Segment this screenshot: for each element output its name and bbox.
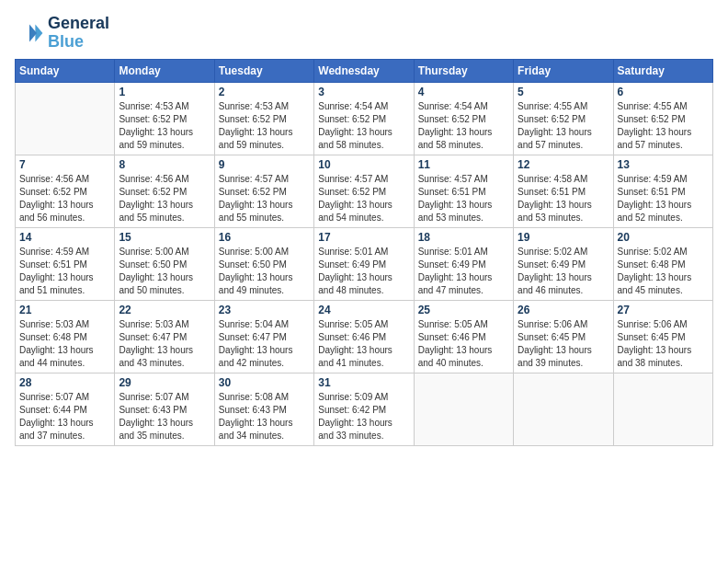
day-number: 9 — [219, 158, 310, 171]
calendar-cell: 7Sunrise: 4:56 AM Sunset: 6:52 PM Daylig… — [16, 155, 115, 227]
day-info: Sunrise: 4:56 AM Sunset: 6:52 PM Dayligh… — [119, 173, 210, 224]
day-number: 30 — [219, 376, 310, 389]
calendar-cell: 5Sunrise: 4:55 AM Sunset: 6:52 PM Daylig… — [514, 82, 613, 155]
weekday-header: Wednesday — [314, 59, 414, 82]
day-number: 11 — [418, 158, 509, 171]
calendar-cell: 17Sunrise: 5:01 AM Sunset: 6:49 PM Dayli… — [314, 227, 414, 300]
calendar-cell: 31Sunrise: 5:09 AM Sunset: 6:42 PM Dayli… — [314, 373, 414, 445]
calendar-cell: 27Sunrise: 5:06 AM Sunset: 6:45 PM Dayli… — [613, 300, 712, 373]
day-info: Sunrise: 4:57 AM Sunset: 6:52 PM Dayligh… — [219, 173, 310, 224]
day-number: 25 — [418, 304, 509, 316]
day-info: Sunrise: 5:00 AM Sunset: 6:50 PM Dayligh… — [219, 246, 310, 297]
day-number: 20 — [618, 231, 709, 244]
day-info: Sunrise: 5:06 AM Sunset: 6:45 PM Dayligh… — [518, 318, 609, 370]
calendar-cell: 28Sunrise: 5:07 AM Sunset: 6:44 PM Dayli… — [16, 373, 115, 445]
calendar-cell: 30Sunrise: 5:08 AM Sunset: 6:43 PM Dayli… — [214, 373, 313, 445]
day-info: Sunrise: 5:03 AM Sunset: 6:48 PM Dayligh… — [19, 318, 110, 370]
calendar-cell: 11Sunrise: 4:57 AM Sunset: 6:51 PM Dayli… — [414, 155, 513, 227]
weekday-header: Sunday — [16, 59, 115, 82]
day-info: Sunrise: 4:59 AM Sunset: 6:51 PM Dayligh… — [19, 246, 110, 297]
day-info: Sunrise: 4:56 AM Sunset: 6:52 PM Dayligh… — [19, 173, 110, 224]
day-info: Sunrise: 4:55 AM Sunset: 6:52 PM Dayligh… — [518, 100, 609, 152]
calendar-cell: 3Sunrise: 4:54 AM Sunset: 6:52 PM Daylig… — [314, 82, 414, 155]
day-number: 13 — [618, 158, 709, 171]
calendar-cell: 14Sunrise: 4:59 AM Sunset: 6:51 PM Dayli… — [16, 227, 115, 300]
day-number: 21 — [19, 304, 110, 316]
weekday-header: Saturday — [613, 59, 712, 82]
weekday-header: Thursday — [414, 59, 513, 82]
day-info: Sunrise: 4:59 AM Sunset: 6:51 PM Dayligh… — [618, 173, 709, 224]
day-number: 19 — [518, 231, 609, 244]
calendar-cell: 26Sunrise: 5:06 AM Sunset: 6:45 PM Dayli… — [514, 300, 613, 373]
calendar-cell: 25Sunrise: 5:05 AM Sunset: 6:46 PM Dayli… — [414, 300, 513, 373]
weekday-header: Friday — [514, 59, 613, 82]
calendar-cell: 12Sunrise: 4:58 AM Sunset: 6:51 PM Dayli… — [514, 155, 613, 227]
calendar-cell: 18Sunrise: 5:01 AM Sunset: 6:49 PM Dayli… — [414, 227, 513, 300]
day-info: Sunrise: 5:06 AM Sunset: 6:45 PM Dayligh… — [618, 318, 709, 370]
logo-icon — [15, 18, 44, 48]
calendar-cell: 23Sunrise: 5:04 AM Sunset: 6:47 PM Dayli… — [214, 300, 313, 373]
page-header: General Blue — [15, 15, 713, 52]
day-number: 26 — [518, 304, 609, 316]
day-info: Sunrise: 5:05 AM Sunset: 6:46 PM Dayligh… — [318, 318, 409, 370]
calendar-cell: 29Sunrise: 5:07 AM Sunset: 6:43 PM Dayli… — [115, 373, 214, 445]
day-info: Sunrise: 5:02 AM Sunset: 6:49 PM Dayligh… — [518, 246, 609, 297]
calendar-cell: 19Sunrise: 5:02 AM Sunset: 6:49 PM Dayli… — [514, 227, 613, 300]
weekday-header: Tuesday — [214, 59, 313, 82]
day-info: Sunrise: 4:57 AM Sunset: 6:51 PM Dayligh… — [418, 173, 509, 224]
day-info: Sunrise: 5:07 AM Sunset: 6:44 PM Dayligh… — [19, 391, 110, 442]
day-info: Sunrise: 5:08 AM Sunset: 6:43 PM Dayligh… — [219, 391, 310, 442]
day-number: 10 — [318, 158, 409, 171]
day-number: 22 — [119, 304, 210, 316]
day-info: Sunrise: 5:01 AM Sunset: 6:49 PM Dayligh… — [318, 246, 409, 297]
day-number: 12 — [518, 158, 609, 171]
day-number: 16 — [219, 231, 310, 244]
day-info: Sunrise: 5:01 AM Sunset: 6:49 PM Dayligh… — [418, 246, 509, 297]
calendar-cell — [514, 373, 613, 445]
day-number: 28 — [19, 376, 110, 389]
day-info: Sunrise: 4:58 AM Sunset: 6:51 PM Dayligh… — [518, 173, 609, 224]
day-info: Sunrise: 5:00 AM Sunset: 6:50 PM Dayligh… — [119, 246, 210, 297]
calendar-cell — [613, 373, 712, 445]
calendar-week-row: 14Sunrise: 4:59 AM Sunset: 6:51 PM Dayli… — [16, 227, 713, 300]
day-number: 15 — [119, 231, 210, 244]
logo: General Blue — [15, 15, 109, 52]
day-number: 18 — [418, 231, 509, 244]
day-number: 14 — [19, 231, 110, 244]
logo-text: General Blue — [48, 15, 109, 52]
weekday-header-row: SundayMondayTuesdayWednesdayThursdayFrid… — [16, 59, 713, 82]
calendar-cell — [16, 82, 115, 155]
calendar-cell: 16Sunrise: 5:00 AM Sunset: 6:50 PM Dayli… — [214, 227, 313, 300]
day-number: 24 — [318, 304, 409, 316]
calendar-cell: 1Sunrise: 4:53 AM Sunset: 6:52 PM Daylig… — [115, 82, 214, 155]
calendar-week-row: 7Sunrise: 4:56 AM Sunset: 6:52 PM Daylig… — [16, 155, 713, 227]
calendar-week-row: 21Sunrise: 5:03 AM Sunset: 6:48 PM Dayli… — [16, 300, 713, 373]
calendar-cell: 15Sunrise: 5:00 AM Sunset: 6:50 PM Dayli… — [115, 227, 214, 300]
day-info: Sunrise: 5:02 AM Sunset: 6:48 PM Dayligh… — [618, 246, 709, 297]
calendar-cell: 10Sunrise: 4:57 AM Sunset: 6:52 PM Dayli… — [314, 155, 414, 227]
day-info: Sunrise: 4:53 AM Sunset: 6:52 PM Dayligh… — [219, 100, 310, 152]
day-info: Sunrise: 4:53 AM Sunset: 6:52 PM Dayligh… — [119, 100, 210, 152]
day-info: Sunrise: 5:04 AM Sunset: 6:47 PM Dayligh… — [219, 318, 310, 370]
day-info: Sunrise: 5:03 AM Sunset: 6:47 PM Dayligh… — [119, 318, 210, 370]
calendar-cell: 4Sunrise: 4:54 AM Sunset: 6:52 PM Daylig… — [414, 82, 513, 155]
weekday-header: Monday — [115, 59, 214, 82]
calendar-cell: 8Sunrise: 4:56 AM Sunset: 6:52 PM Daylig… — [115, 155, 214, 227]
day-number: 17 — [318, 231, 409, 244]
day-number: 31 — [318, 376, 409, 389]
day-number: 1 — [119, 86, 210, 98]
calendar-cell — [414, 373, 513, 445]
day-number: 5 — [518, 86, 609, 98]
day-number: 6 — [618, 86, 709, 98]
calendar-week-row: 1Sunrise: 4:53 AM Sunset: 6:52 PM Daylig… — [16, 82, 713, 155]
day-number: 2 — [219, 86, 310, 98]
day-info: Sunrise: 5:09 AM Sunset: 6:42 PM Dayligh… — [318, 391, 409, 442]
calendar-cell: 13Sunrise: 4:59 AM Sunset: 6:51 PM Dayli… — [613, 155, 712, 227]
day-info: Sunrise: 5:07 AM Sunset: 6:43 PM Dayligh… — [119, 391, 210, 442]
calendar-cell: 20Sunrise: 5:02 AM Sunset: 6:48 PM Dayli… — [613, 227, 712, 300]
day-info: Sunrise: 4:55 AM Sunset: 6:52 PM Dayligh… — [618, 100, 709, 152]
calendar-cell: 21Sunrise: 5:03 AM Sunset: 6:48 PM Dayli… — [16, 300, 115, 373]
calendar-cell: 6Sunrise: 4:55 AM Sunset: 6:52 PM Daylig… — [613, 82, 712, 155]
day-number: 3 — [318, 86, 409, 98]
day-number: 8 — [119, 158, 210, 171]
